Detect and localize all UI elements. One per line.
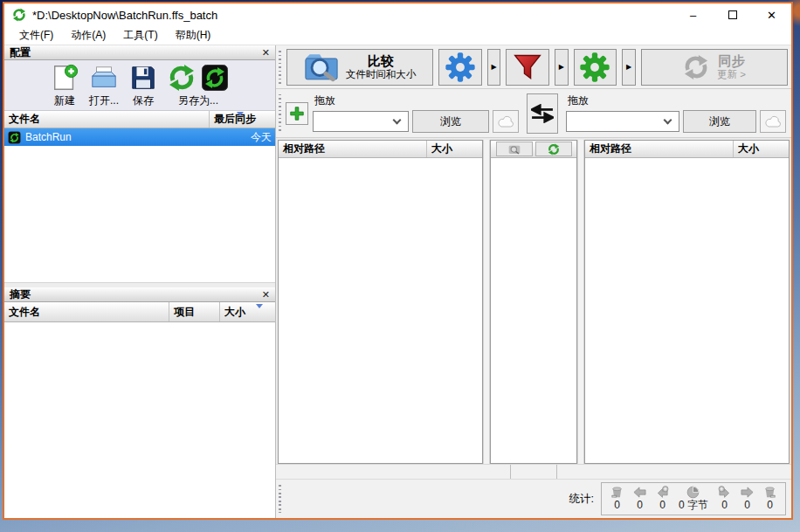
synchronize-button[interactable]: 同步 更新 > <box>641 49 788 86</box>
left-grid-header: 相对路径 大小 <box>279 141 482 158</box>
statistics-grip[interactable] <box>279 485 281 513</box>
sort-indicator-icon <box>237 112 244 116</box>
right-col-size[interactable]: 大小 <box>733 141 789 157</box>
cloud-icon <box>763 114 783 129</box>
statistics-label: 统计: <box>569 492 594 507</box>
folder-pair-grip[interactable] <box>279 94 281 133</box>
green-gear-icon <box>579 52 610 83</box>
main-body: 配置 ✕ 新建 <box>4 45 791 518</box>
comparison-settings-button[interactable] <box>438 49 482 86</box>
chevron-down-icon <box>664 116 672 125</box>
config-col-filename[interactable]: 文件名 <box>4 111 209 128</box>
save-as-sync-icon <box>168 64 196 92</box>
overview-col-filename[interactable]: 文件名 <box>4 302 169 321</box>
minimize-button[interactable]: – <box>673 3 713 26</box>
sort-indicator-icon <box>256 304 263 308</box>
menu-file[interactable]: 文件(F) <box>11 26 61 45</box>
stat-update-right: 0 <box>741 486 754 511</box>
right-browse-button[interactable]: 浏览 <box>683 110 756 133</box>
config-toolbar: 新建 打开... <box>4 60 275 111</box>
close-icon: ✕ <box>767 9 776 22</box>
config-row-name: BatchRun <box>25 131 251 143</box>
arrow-left-icon <box>633 486 646 499</box>
arrow-right-plus-icon <box>718 486 731 499</box>
title-bar[interactable]: *D:\DesktopNow\BatchRun.ffs_batch – ✕ <box>4 3 791 26</box>
toolbar-grip[interactable] <box>279 51 281 84</box>
plus-icon <box>289 106 305 121</box>
open-label: 打开... <box>89 93 119 108</box>
overview-col-items[interactable]: 项目 <box>169 302 219 321</box>
overview-header: 文件名 项目 大小 <box>4 302 275 322</box>
menu-actions[interactable]: 动作(A) <box>63 26 114 45</box>
left-folder-combobox[interactable] <box>313 111 409 132</box>
left-col-size[interactable]: 大小 <box>426 141 482 157</box>
window-controls: – ✕ <box>673 3 791 26</box>
add-folder-pair-button[interactable] <box>286 102 308 125</box>
compare-button[interactable]: 比较 文件时间和大小 <box>286 49 433 86</box>
freefilesync-window: *D:\DesktopNow\BatchRun.ffs_batch – ✕ 文件… <box>3 2 793 520</box>
new-config-button[interactable]: 新建 <box>51 64 79 108</box>
horizontal-scrollbar[interactable] <box>276 464 791 479</box>
config-panel-close-icon[interactable]: ✕ <box>262 47 270 59</box>
stat-value: 0 字节 <box>679 499 708 511</box>
right-cloud-button[interactable] <box>760 110 786 133</box>
left-file-grid[interactable]: 相对路径 大小 <box>278 140 483 464</box>
comparison-settings-dropdown[interactable]: ▶ <box>487 49 501 86</box>
right-col-relpath[interactable]: 相对路径 <box>585 141 733 157</box>
overview-panel-title: 摘要 <box>10 287 31 302</box>
right-file-grid[interactable]: 相对路径 大小 <box>584 140 790 464</box>
stat-value: 0 <box>614 499 620 511</box>
sync-arrows-gray-icon <box>683 54 709 80</box>
new-document-icon <box>51 64 79 92</box>
preview-search-icon <box>507 143 521 155</box>
middle-grid[interactable] <box>490 140 577 464</box>
swap-sides-button[interactable] <box>527 93 558 134</box>
left-vertical-scrollbar[interactable] <box>483 140 490 464</box>
sync-settings-button[interactable] <box>574 49 617 86</box>
save-as-batch-icon <box>201 64 229 92</box>
view-type-button[interactable] <box>496 142 533 156</box>
right-vertical-scrollbar[interactable] <box>577 140 584 464</box>
close-button[interactable]: ✕ <box>752 3 791 26</box>
filter-settings-dropdown[interactable]: ▶ <box>555 49 569 86</box>
menu-help[interactable]: 帮助(H) <box>168 26 219 45</box>
compare-folder-search-icon <box>304 52 339 82</box>
overview-panel-caption: 摘要 ✕ <box>4 287 275 302</box>
open-config-button[interactable]: 打开... <box>89 64 119 108</box>
left-browse-button[interactable]: 浏览 <box>412 110 489 133</box>
config-row-batchrun[interactable]: BatchRun 今天 <box>4 128 275 146</box>
config-panel-caption: 配置 ✕ <box>4 45 275 60</box>
config-list[interactable]: BatchRun 今天 <box>4 128 275 282</box>
middle-grid-body[interactable] <box>491 158 576 463</box>
save-as-button[interactable]: 另存为... <box>168 64 229 108</box>
main-area: 比较 文件时间和大小 <box>276 45 791 518</box>
filter-settings-button[interactable] <box>506 49 549 86</box>
stat-bytes: 0 字节 <box>679 486 708 511</box>
left-cloud-button[interactable] <box>493 110 519 133</box>
right-browse-label: 浏览 <box>709 114 730 129</box>
dropdown-arrow-icon: ▶ <box>626 63 631 71</box>
filter-funnel-icon <box>512 52 543 83</box>
overview-col-size[interactable]: 大小 <box>219 302 275 321</box>
hscroll-middle-track <box>510 465 557 479</box>
overview-panel-close-icon[interactable]: ✕ <box>262 289 270 301</box>
sync-settings-dropdown[interactable]: ▶ <box>622 49 636 86</box>
stat-update-left: 0 <box>633 486 646 511</box>
stat-value: 0 <box>744 499 750 511</box>
maximize-button[interactable] <box>713 3 752 26</box>
app-sync-icon <box>12 8 26 22</box>
left-drop-label: 拖放 <box>314 93 519 108</box>
right-grid-body[interactable] <box>585 158 789 463</box>
left-folder-group: 拖放 浏览 <box>313 93 519 133</box>
menu-tools[interactable]: 工具(T) <box>115 26 165 45</box>
left-col-relpath[interactable]: 相对路径 <box>279 141 426 157</box>
sync-direction-button[interactable] <box>535 142 572 156</box>
chevron-down-icon <box>393 116 402 125</box>
overview-body[interactable] <box>4 322 275 518</box>
save-config-button[interactable]: 保存 <box>129 64 157 108</box>
left-grid-body[interactable] <box>279 158 482 463</box>
menu-bar: 文件(F) 动作(A) 工具(T) 帮助(H) <box>4 26 791 45</box>
arrow-left-plus-icon <box>656 486 669 499</box>
right-folder-combobox[interactable] <box>566 111 679 132</box>
left-browse-label: 浏览 <box>440 114 461 129</box>
